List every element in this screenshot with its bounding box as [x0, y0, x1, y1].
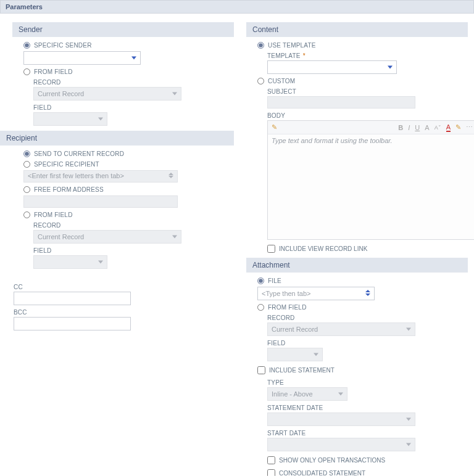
template-select[interactable]	[267, 60, 397, 74]
font-icon[interactable]: A	[425, 124, 429, 131]
attachment-file-placeholder: <Type then tab>	[262, 290, 311, 297]
chevron-down-icon	[406, 418, 411, 421]
statement-date-label: STATEMENT DATE	[267, 404, 468, 411]
consolidated-label: CONSOLIDATED STATEMENT	[279, 470, 365, 476]
recipient-specific-radio[interactable]	[23, 161, 30, 168]
content-custom-radio[interactable]	[257, 78, 264, 84]
sender-specific-select[interactable]	[23, 51, 141, 65]
type-value: Inline - Above	[272, 390, 313, 398]
attachment-file-radio[interactable]	[257, 277, 264, 284]
attachment-file-label: FILE	[268, 277, 281, 284]
fontsize-icon[interactable]: A˅	[434, 125, 441, 131]
sender-specific-label: SPECIFIC SENDER	[34, 42, 92, 49]
recipient-freeform-input[interactable]	[23, 195, 178, 208]
start-date-label: START DATE	[267, 430, 468, 437]
show-open-checkbox[interactable]	[267, 456, 275, 464]
cc-input[interactable]	[14, 292, 131, 305]
recipient-specific-label: SPECIFIC RECIPIENT	[34, 161, 99, 168]
more-icon[interactable]: ⋯	[466, 123, 473, 131]
body-label: BODY	[267, 112, 468, 119]
type-select[interactable]: Inline - Above	[267, 387, 347, 401]
recipient-field-label: FIELD	[33, 247, 234, 254]
content-template-radio[interactable]	[257, 42, 264, 49]
content-template-radio-label: USE TEMPLATE	[268, 42, 316, 49]
multiselect-icon	[168, 173, 173, 178]
recipient-current-radio[interactable]	[23, 150, 30, 157]
sender-record-label: RECORD	[33, 79, 234, 86]
chevron-down-icon	[406, 443, 411, 446]
type-label: TYPE	[267, 379, 468, 386]
recipient-record-label: RECORD	[33, 222, 234, 229]
rte-toolbar: ✎ B I U A A˅ A ✎ ⋯	[268, 121, 474, 134]
edit-icon[interactable]: ✎	[272, 123, 277, 131]
attachment-record-label: RECORD	[267, 314, 468, 321]
attachment-fromfield-label: FROM FIELD	[268, 304, 307, 311]
chevron-down-icon	[98, 118, 103, 121]
subject-input[interactable]	[267, 96, 415, 109]
chevron-down-icon	[406, 328, 411, 331]
include-view-link-label: INCLUDE VIEW RECORD LINK	[279, 245, 367, 252]
bcc-input[interactable]	[14, 317, 131, 330]
chevron-down-icon	[172, 92, 177, 96]
fontcolor-icon[interactable]: A	[446, 123, 451, 132]
include-statement-label: INCLUDE STATEMENT	[269, 367, 335, 374]
highlight-icon[interactable]: ✎	[455, 123, 461, 131]
attachment-file-select[interactable]: <Type then tab>	[257, 287, 375, 300]
content-header: Content	[246, 22, 468, 37]
chevron-down-icon	[338, 393, 343, 396]
statement-date-select[interactable]	[267, 412, 415, 426]
sender-record-value: Current Record	[38, 90, 84, 97]
cc-label: CC	[14, 284, 234, 290]
attachment-header: Attachment	[246, 258, 468, 273]
show-open-label: SHOW ONLY OPEN TRANSACTIONS	[279, 457, 385, 464]
multiselect-icon	[365, 290, 370, 296]
recipient-fromfield-label: FROM FIELD	[34, 211, 73, 218]
bcc-label: BCC	[14, 309, 234, 316]
attachment-fromfield-radio[interactable]	[257, 304, 264, 311]
sender-field-label: FIELD	[33, 104, 234, 111]
chevron-down-icon	[98, 261, 103, 264]
attachment-field-select[interactable]	[267, 348, 323, 361]
recipient-record-select[interactable]: Current Record	[33, 230, 181, 244]
chevron-down-icon	[131, 57, 136, 60]
recipient-freeform-label: FREE FORM ADDRESS	[34, 186, 104, 193]
chevron-down-icon	[314, 353, 318, 356]
include-statement-checkbox[interactable]	[257, 366, 265, 374]
attachment-field-label: FIELD	[267, 340, 468, 347]
chevron-down-icon	[172, 236, 177, 239]
body-editor[interactable]: ✎ B I U A A˅ A ✎ ⋯ Type text and format …	[267, 120, 474, 240]
recipient-header: Recipient	[0, 131, 234, 146]
recipient-record-value: Current Record	[38, 233, 84, 240]
body-textarea[interactable]: Type text and format it using the toolba…	[268, 134, 474, 239]
sender-specific-radio[interactable]	[23, 42, 30, 49]
start-date-select[interactable]	[267, 438, 415, 451]
parameters-header: Parameters	[0, 0, 474, 14]
attachment-record-select[interactable]: Current Record	[267, 322, 415, 336]
recipient-field-select[interactable]	[33, 255, 107, 269]
left-column: Sender SPECIFIC SENDER FROM FIELD RECORD…	[12, 17, 234, 476]
attachment-record-value: Current Record	[272, 326, 318, 333]
recipient-fromfield-radio[interactable]	[23, 211, 30, 218]
template-label: TEMPLATE*	[267, 52, 468, 59]
right-column: Content USE TEMPLATE TEMPLATE* CUSTOM SU…	[246, 17, 468, 476]
content-custom-label: CUSTOM	[268, 78, 295, 84]
sender-fromfield-label: FROM FIELD	[34, 68, 73, 75]
recipient-current-label: SEND TO CURRENT RECORD	[34, 150, 124, 157]
subject-label: SUBJECT	[267, 88, 468, 95]
recipient-freeform-radio[interactable]	[23, 186, 30, 193]
sender-fromfield-radio[interactable]	[23, 68, 30, 75]
bold-icon[interactable]: B	[398, 124, 403, 131]
underline-icon[interactable]: U	[415, 124, 420, 131]
sender-field-select[interactable]	[33, 112, 107, 126]
sender-header: Sender	[12, 22, 234, 37]
recipient-specific-placeholder: <Enter first few letters then tab>	[28, 172, 124, 179]
sender-record-select[interactable]: Current Record	[33, 87, 181, 101]
chevron-down-icon	[388, 66, 393, 69]
consolidated-checkbox[interactable]	[267, 469, 275, 476]
italic-icon[interactable]: I	[408, 124, 410, 131]
include-view-link-checkbox[interactable]	[267, 245, 275, 253]
recipient-specific-select[interactable]: <Enter first few letters then tab>	[23, 170, 178, 183]
